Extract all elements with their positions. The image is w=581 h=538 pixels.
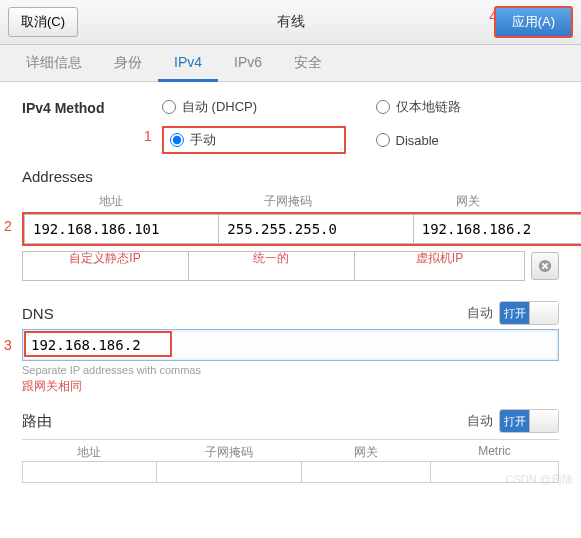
radio-manual[interactable]: 手动 [162,126,346,154]
route-gw-cell[interactable] [301,461,430,483]
title-bar: 取消(C) 有线 4 应用(A) [0,0,581,45]
routes-title: 路由 [22,412,52,431]
tab-identity[interactable]: 身份 [98,45,158,81]
dns-auto-toggle[interactable]: 打开 [499,301,559,325]
address-hints: 自定义静态IP 统一的 虚拟机IP [22,250,525,267]
col-addr: 地址 [22,193,199,210]
radio-disable[interactable]: Disable [376,126,560,154]
radio-linklocal-label: 仅本地链路 [396,98,461,116]
addr-input[interactable] [24,214,218,244]
dns-auto-label: 自动 [467,304,493,322]
radio-linklocal[interactable]: 仅本地链路 [376,98,560,116]
annotation-4: 4 [489,8,497,24]
mask-input[interactable] [218,214,412,244]
tab-security[interactable]: 安全 [278,45,338,81]
delete-row-button-2[interactable] [531,252,559,280]
dns-input[interactable] [22,329,559,361]
hint-gw: 虚拟机IP [354,250,525,267]
address-row [22,212,581,246]
radio-disable-label: Disable [396,133,439,148]
radio-dhcp-label: 自动 (DHCP) [182,98,257,116]
toggle-knob [529,302,558,324]
radio-manual-label: 手动 [190,131,216,149]
routes-auto-toggle[interactable]: 打开 [499,409,559,433]
route-col-mask: 子网掩码 [156,444,301,461]
route-headers: 地址 子网掩码 网关 Metric [22,439,559,461]
routes-auto-label: 自动 [467,412,493,430]
ipv4-method-label: IPv4 Method [22,98,162,116]
col-mask: 子网掩码 [199,193,376,210]
ipv4-method-row: IPv4 Method 自动 (DHCP) 仅本地链路 手动 Disable 1 [22,98,559,154]
addresses-headers: 地址 子网掩码 网关 [22,193,559,210]
route-col-addr: 地址 [22,444,156,461]
route-col-metric: Metric [430,444,559,461]
radio-dhcp[interactable]: 自动 (DHCP) [162,98,346,116]
annotation-1: 1 [144,128,152,144]
apply-button[interactable]: 应用(A) [494,6,573,38]
close-icon [538,259,552,273]
toggle-on-label: 打开 [500,302,529,324]
route-addr-cell[interactable] [22,461,156,483]
annotation-2: 2 [4,218,12,234]
hint-addr: 自定义静态IP [22,250,188,267]
toggle-on-label-2: 打开 [500,410,529,432]
addresses-title: Addresses [22,168,559,185]
dns-helper: Separate IP addresses with commas [22,364,559,376]
tab-ipv4[interactable]: IPv4 [158,45,218,82]
route-row-empty [22,461,559,483]
content-area: IPv4 Method 自动 (DHCP) 仅本地链路 手动 Disable 1… [0,82,581,491]
tabs-bar: 详细信息 身份 IPv4 IPv6 安全 [0,45,581,82]
tab-ipv6[interactable]: IPv6 [218,45,278,81]
hint-mask: 统一的 [188,250,354,267]
cancel-button[interactable]: 取消(C) [8,7,78,37]
gw-input[interactable] [413,214,581,244]
annotation-3: 3 [4,337,12,353]
window-title: 有线 [277,13,305,31]
dns-helper-red: 跟网关相同 [22,378,559,395]
route-mask-cell[interactable] [156,461,301,483]
col-gw: 网关 [376,193,559,210]
route-col-gw: 网关 [301,444,430,461]
toggle-knob-2 [529,410,558,432]
tab-details[interactable]: 详细信息 [10,45,98,81]
dns-title: DNS [22,305,54,322]
watermark: CSDN @蒟陆 [506,472,573,487]
